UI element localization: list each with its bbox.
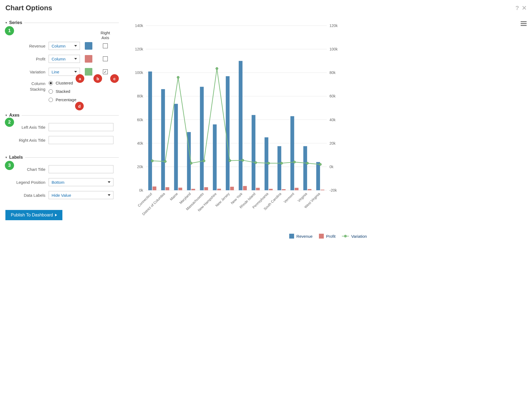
svg-rect-25 [153,186,156,190]
series-type-profit[interactable]: Column [49,55,80,63]
chart-legend: Revenue Profit Variation [130,234,527,239]
svg-text:60k: 60k [137,118,143,122]
badge-labels: 3 [5,161,14,170]
series-label-profit: Profit [5,57,49,61]
page-title: Chart Options [5,4,52,12]
svg-rect-29 [179,188,182,190]
svg-point-59 [241,159,244,161]
series-label-variation: Variation [5,70,49,74]
color-swatch-variation[interactable] [85,68,92,76]
series-type-variation[interactable]: Line [49,68,80,76]
legend-revenue[interactable]: Revenue [289,234,312,239]
svg-rect-40 [252,115,255,190]
svg-rect-31 [191,189,195,190]
axes-header: Axes [9,113,19,118]
svg-point-55 [190,162,192,164]
svg-text:Vermont: Vermont [283,192,295,204]
svg-rect-24 [148,72,152,190]
chevron-down-icon[interactable]: ▾ [5,155,7,159]
column-stacking-label: Column Stacking [5,81,49,92]
right-axis-checkbox-profit[interactable] [103,56,108,61]
svg-text:0k: 0k [139,188,143,192]
radio-stacked[interactable]: Stacked [49,89,76,94]
chart-title-input[interactable] [49,165,113,173]
chevron-down-icon[interactable]: ▾ [5,113,7,117]
series-type-revenue[interactable]: Column [49,42,80,50]
svg-rect-49 [308,189,311,190]
svg-text:80k: 80k [137,94,143,98]
publish-button[interactable]: Publish To Dashboard [5,210,62,220]
svg-point-62 [280,162,283,164]
svg-text:20k: 20k [329,141,336,145]
svg-text:100k: 100k [329,47,338,51]
svg-rect-27 [166,187,169,190]
svg-rect-41 [256,188,260,190]
right-axis-checkbox-variation[interactable]: ✓ [103,69,108,74]
svg-text:New Jersey: New Jersey [215,192,231,208]
svg-point-60 [254,161,257,164]
svg-rect-39 [243,186,247,190]
right-axis-title-input[interactable] [49,136,113,144]
svg-point-56 [203,160,205,162]
svg-point-61 [267,162,270,164]
svg-text:20k: 20k [137,165,143,169]
series-header: Series [9,20,22,25]
options-panel: 1 ▾ Series Right Axis [5,20,119,239]
svg-rect-26 [161,89,165,190]
svg-rect-48 [303,146,307,190]
right-axis-title-label: Right Axis Title [5,138,49,142]
column-stacking-group: Clustered Stacked Percentage [49,81,76,102]
labels-header: Labels [9,155,23,160]
svg-rect-46 [290,116,294,191]
svg-rect-47 [295,188,298,190]
color-swatch-revenue[interactable] [85,42,92,50]
right-axis-checkbox-revenue[interactable] [103,43,108,48]
labels-section: 3 ▾ Labels Chart Title Legend Position B… [5,155,119,199]
chart-container: 0k20k40k60k80k100k120k140k-20k0k20k40k60… [130,23,527,239]
svg-text:-20k: -20k [329,188,337,192]
svg-rect-35 [217,189,221,190]
legend-position-label: Legend Position [5,180,49,185]
svg-rect-43 [269,189,273,190]
chevron-down-icon[interactable]: ▾ [5,21,7,25]
header-icons: ? ✕ [516,5,527,12]
svg-text:140k: 140k [135,23,143,28]
legend-variation[interactable]: Variation [342,234,367,239]
svg-text:120k: 120k [135,47,143,51]
radio-clustered[interactable]: Clustered [49,81,76,85]
header: Chart Options ? ✕ [5,4,527,12]
svg-text:New York: New York [230,192,244,205]
legend-position-select[interactable]: Bottom [49,178,113,186]
divider [22,115,119,116]
right-axis-header: Right Axis [97,30,113,40]
svg-text:Maine: Maine [169,192,179,202]
series-section: 1 ▾ Series Right Axis [5,20,119,102]
divider [25,157,119,158]
svg-rect-38 [239,61,243,190]
svg-point-57 [216,67,218,70]
chart-panel: 0k20k40k60k80k100k120k140k-20k0k20k40k60… [130,20,527,239]
svg-rect-51 [321,190,324,190]
help-icon[interactable]: ? [516,5,519,12]
svg-text:40k: 40k [329,118,336,122]
svg-point-64 [306,162,309,164]
svg-rect-36 [226,76,230,190]
annotation-d: d [75,102,84,110]
color-swatch-profit[interactable] [85,55,92,63]
svg-text:Virginia: Virginia [297,192,308,203]
svg-point-54 [177,76,179,79]
legend-profit[interactable]: Profit [319,234,335,239]
radio-percentage[interactable]: Percentage [49,97,76,102]
svg-text:40k: 40k [137,141,143,145]
svg-rect-34 [213,124,217,190]
data-labels-select[interactable]: Hide Value [49,191,113,199]
svg-point-52 [151,160,153,162]
svg-text:Maryland: Maryland [179,192,191,205]
svg-text:District of Columbia: District of Columbia [142,192,166,216]
svg-rect-45 [282,189,286,190]
chart-svg: 0k20k40k60k80k100k120k140k-20k0k20k40k60… [130,23,343,228]
svg-text:80k: 80k [329,70,336,75]
svg-point-63 [293,161,296,163]
close-icon[interactable]: ✕ [522,5,527,12]
left-axis-title-input[interactable] [49,123,113,131]
